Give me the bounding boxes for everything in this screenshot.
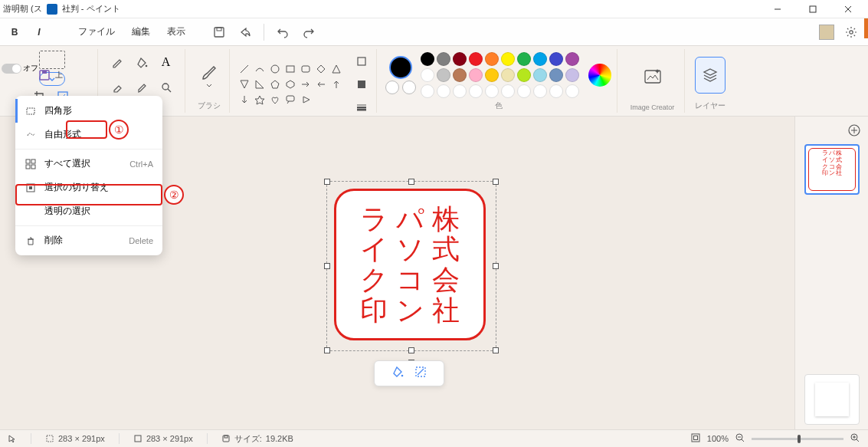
svg-rect-28: [358, 81, 365, 88]
svg-rect-26: [287, 96, 294, 101]
color-swatch[interactable]: [549, 84, 563, 98]
layer-thumbnail-1[interactable]: 株式会社 パソコン ライク印: [804, 144, 860, 195]
magnifier-icon[interactable]: [156, 77, 177, 98]
settings-icon[interactable]: [840, 21, 862, 43]
color-2[interactable]: [385, 81, 399, 94]
float-fill-icon[interactable]: [391, 365, 405, 382]
ctx-invert-selection[interactable]: 選択の切り替え: [15, 176, 162, 199]
share-icon[interactable]: [234, 21, 256, 43]
shapes-gallery[interactable]: [237, 62, 343, 107]
svg-rect-18: [302, 66, 310, 72]
undo-icon[interactable]: [272, 21, 293, 43]
selection-rect-tool[interactable]: [39, 51, 65, 69]
layers-button[interactable]: [695, 57, 726, 94]
close-button[interactable]: [831, 0, 865, 18]
ctx-freeform[interactable]: 自由形式: [15, 123, 162, 146]
color-3[interactable]: [402, 81, 416, 94]
ctx-transparent-selection[interactable]: 透明の選択: [15, 199, 162, 223]
bold-button[interactable]: B: [6, 24, 23, 41]
svg-rect-43: [31, 165, 35, 169]
color-swatch[interactable]: [421, 84, 434, 98]
color-swatch[interactable]: [421, 68, 434, 82]
menu-edit[interactable]: 編集: [126, 22, 156, 41]
svg-rect-47: [135, 435, 141, 442]
ctx-select-all[interactable]: すべて選択 Ctrl+A: [15, 152, 162, 176]
zoom-slider[interactable]: [752, 438, 843, 440]
color-swatch[interactable]: [549, 52, 563, 66]
color-swatch[interactable]: [469, 68, 483, 82]
image-creator-button[interactable]: [637, 58, 668, 95]
color-swatch[interactable]: [517, 68, 531, 82]
ctx-select-all-shortcut: Ctrl+A: [129, 159, 153, 169]
color-swatch[interactable]: [565, 84, 579, 98]
zoom-in-icon[interactable]: [850, 432, 860, 445]
menu-view[interactable]: 表示: [161, 22, 192, 41]
svg-line-54: [742, 439, 744, 442]
pencil-icon[interactable]: [106, 51, 128, 73]
color-swatch[interactable]: [501, 84, 515, 98]
zoom-out-icon[interactable]: [735, 432, 745, 445]
color-swatch[interactable]: [501, 68, 515, 82]
ctx-select-all-label: すべて選択: [44, 157, 90, 170]
up-label: 上: [55, 70, 63, 81]
outline-icon[interactable]: [351, 51, 372, 72]
right-edge-marker: [864, 18, 868, 38]
svg-rect-40: [26, 159, 30, 163]
svg-line-58: [857, 439, 859, 442]
float-remove-bg-icon[interactable]: [414, 365, 427, 382]
svg-line-15: [241, 65, 248, 73]
layer-thumbnail-bg[interactable]: [804, 374, 860, 425]
color-swatch[interactable]: [453, 68, 467, 82]
fit-screen-icon[interactable]: [690, 432, 701, 445]
color-swatch[interactable]: [421, 52, 434, 66]
menu-file[interactable]: ファイル: [72, 22, 121, 41]
fill-icon[interactable]: [131, 51, 152, 73]
color-swatch[interactable]: [533, 68, 547, 82]
color-swatch[interactable]: [453, 84, 467, 98]
italic-button[interactable]: I: [31, 24, 47, 41]
status-filesize: サイズ: 19.2KB: [221, 433, 293, 445]
color-swatch[interactable]: [485, 68, 499, 82]
color-swatch[interactable]: [517, 52, 531, 66]
color-swatch[interactable]: [469, 52, 483, 66]
svg-line-14: [168, 89, 171, 92]
svg-point-12: [145, 64, 147, 67]
color-grid[interactable]: [421, 52, 579, 98]
color-swatch[interactable]: [485, 52, 499, 66]
cursor-tool-icon: [8, 434, 17, 443]
svg-rect-46: [47, 435, 53, 442]
color-swatch[interactable]: [565, 52, 579, 66]
color-swatch[interactable]: [533, 52, 547, 66]
floating-toolbar: [374, 360, 444, 386]
brush-icon[interactable]: [194, 57, 224, 94]
stamp-selection[interactable]: 株式会社 パソコン ライク印: [331, 186, 492, 347]
color-swatch[interactable]: [437, 68, 450, 82]
color-1[interactable]: [389, 56, 412, 79]
ctx-delete[interactable]: 削除 Delete: [15, 228, 162, 252]
svg-rect-48: [223, 435, 229, 442]
minimize-button[interactable]: [761, 0, 794, 18]
fill-shape-icon[interactable]: [351, 74, 372, 95]
color-swatch[interactable]: [453, 52, 467, 66]
color-swatch[interactable]: [437, 52, 450, 66]
add-layer-button[interactable]: [845, 121, 863, 140]
color-swatch[interactable]: [501, 52, 515, 66]
ctx-rectangle[interactable]: 四角形: [15, 99, 162, 123]
color-swatch[interactable]: [533, 84, 547, 98]
accent-color-swatch[interactable]: [819, 25, 834, 40]
ctx-rectangle-label: 四角形: [44, 104, 72, 117]
maximize-button[interactable]: [796, 0, 830, 18]
color-swatch[interactable]: [565, 68, 579, 82]
save-icon[interactable]: [208, 21, 230, 43]
stroke-width-icon[interactable]: [351, 97, 372, 118]
svg-rect-17: [287, 66, 294, 72]
color-swatch[interactable]: [485, 84, 499, 98]
color-swatch[interactable]: [549, 68, 563, 82]
color-swatch[interactable]: [517, 84, 531, 98]
redo-icon[interactable]: [298, 21, 319, 43]
color-swatch[interactable]: [437, 84, 450, 98]
color-picker-wheel[interactable]: [588, 64, 611, 87]
color-swatch[interactable]: [469, 84, 483, 98]
text-icon[interactable]: A: [156, 51, 177, 73]
toggle-off[interactable]: オフ: [2, 63, 38, 74]
